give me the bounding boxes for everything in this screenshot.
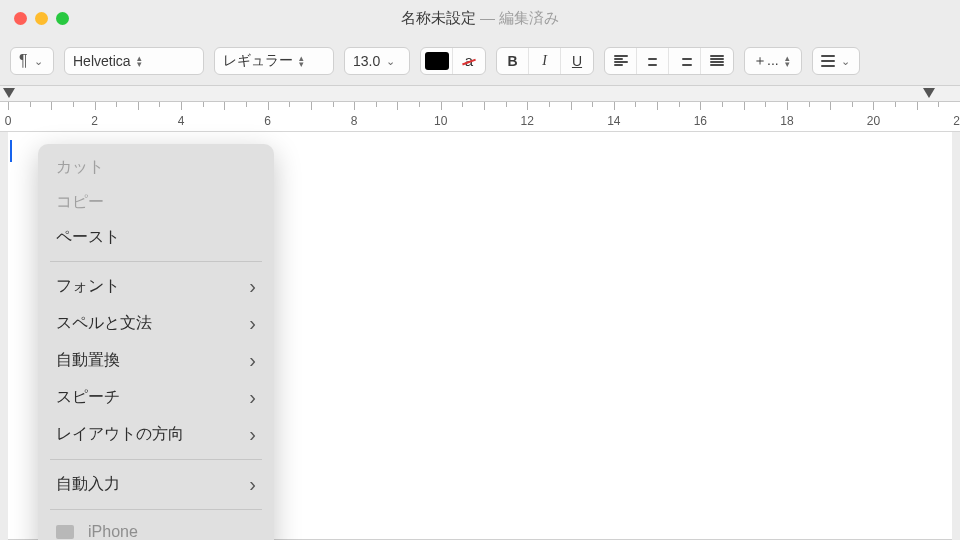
context-substitutions[interactable]: 自動置換	[38, 342, 274, 379]
updown-icon: ▴▾	[299, 55, 303, 67]
underline-button[interactable]: U	[561, 48, 593, 74]
text-color-button[interactable]	[421, 48, 453, 74]
ruler-area: 0246810121416182022	[0, 86, 960, 132]
ruler[interactable]: 0246810121416182022	[0, 101, 960, 131]
context-paste-label: ペースト	[56, 227, 120, 248]
chevron-right-icon	[249, 473, 256, 496]
context-speech[interactable]: スピーチ	[38, 379, 274, 416]
chevron-down-icon	[841, 58, 849, 64]
bold-button[interactable]: B	[497, 48, 529, 74]
format-toolbar: ¶ Helvetica ▴▾ レギュラー ▴▾ 13.0 a B I U	[0, 36, 960, 86]
align-center-button[interactable]	[637, 48, 669, 74]
menu-separator	[50, 459, 262, 460]
ruler-number: 6	[264, 114, 271, 128]
document-title: 名称未設定	[401, 9, 476, 26]
chevron-down-icon	[386, 58, 394, 64]
ruler-number: 0	[5, 114, 12, 128]
align-justify-icon	[710, 55, 724, 67]
window-controls	[0, 12, 69, 25]
chevron-right-icon	[249, 349, 256, 372]
font-family-select[interactable]: Helvetica ▴▾	[64, 47, 204, 75]
ruler-number: 10	[434, 114, 447, 128]
title-bar: 名称未設定 — 編集済み	[0, 0, 960, 36]
ruler-number: 14	[607, 114, 620, 128]
font-style-value: レギュラー	[223, 52, 293, 70]
context-font-label: フォント	[56, 276, 120, 297]
font-size-value: 13.0	[353, 53, 380, 69]
alignment-group	[604, 47, 734, 75]
ruler-number: 22	[953, 114, 960, 128]
document-status: — 編集済み	[480, 9, 559, 26]
context-layout-label: レイアウトの方向	[56, 424, 184, 445]
align-right-icon	[678, 55, 692, 67]
chevron-right-icon	[249, 386, 256, 409]
right-indent-marker[interactable]	[923, 88, 935, 98]
spacing-select[interactable]: ＋... ▴▾	[744, 47, 802, 75]
paragraph-icon: ¶	[19, 52, 28, 70]
chevron-right-icon	[249, 275, 256, 298]
context-iphone[interactable]: iPhone	[38, 516, 274, 540]
color-swatch-icon	[425, 52, 449, 70]
color-group: a	[420, 47, 486, 75]
font-size-select[interactable]: 13.0	[344, 47, 410, 75]
italic-button[interactable]: I	[529, 48, 561, 74]
align-left-button[interactable]	[605, 48, 637, 74]
spacing-label: ＋...	[753, 52, 779, 70]
ruler-number: 12	[521, 114, 534, 128]
context-copy: コピー	[38, 185, 274, 220]
context-speech-label: スピーチ	[56, 387, 120, 408]
menu-separator	[50, 509, 262, 510]
window-title: 名称未設定 — 編集済み	[0, 9, 960, 28]
align-left-icon	[614, 55, 628, 67]
align-right-button[interactable]	[669, 48, 701, 74]
minimize-window-button[interactable]	[35, 12, 48, 25]
list-style-select[interactable]	[812, 47, 860, 75]
menu-separator	[50, 261, 262, 262]
left-indent-marker[interactable]	[3, 88, 15, 98]
font-style-select[interactable]: レギュラー ▴▾	[214, 47, 334, 75]
context-spelling[interactable]: スペルと文法	[38, 305, 274, 342]
align-justify-button[interactable]	[701, 48, 733, 74]
ruler-number: 4	[178, 114, 185, 128]
context-substitutions-label: 自動置換	[56, 350, 120, 371]
context-menu: カット コピー ペースト フォント スペルと文法 自動置換 スピーチ レイアウト…	[38, 144, 274, 540]
highlight-color-button[interactable]: a	[453, 48, 485, 74]
context-iphone-label: iPhone	[88, 523, 138, 540]
align-center-icon	[646, 55, 660, 67]
context-paste[interactable]: ペースト	[38, 220, 274, 255]
chevron-down-icon	[34, 58, 42, 64]
text-cursor	[10, 140, 12, 162]
context-autofill-label: 自動入力	[56, 474, 120, 495]
close-window-button[interactable]	[14, 12, 27, 25]
chevron-right-icon	[249, 423, 256, 446]
no-highlight-icon: a	[465, 52, 473, 69]
context-spelling-label: スペルと文法	[56, 313, 152, 334]
context-cut: カット	[38, 150, 274, 185]
context-copy-label: コピー	[56, 192, 104, 213]
ruler-number: 18	[780, 114, 793, 128]
list-icon	[821, 55, 835, 67]
context-font[interactable]: フォント	[38, 268, 274, 305]
zoom-window-button[interactable]	[56, 12, 69, 25]
font-family-value: Helvetica	[73, 53, 131, 69]
text-style-group: B I U	[496, 47, 594, 75]
ruler-number: 20	[867, 114, 880, 128]
ruler-number: 8	[351, 114, 358, 128]
paragraph-style-select[interactable]: ¶	[10, 47, 54, 75]
device-thumb-icon	[56, 525, 74, 539]
context-layout-direction[interactable]: レイアウトの方向	[38, 416, 274, 453]
ruler-number: 16	[694, 114, 707, 128]
chevron-right-icon	[249, 312, 256, 335]
updown-icon: ▴▾	[785, 55, 789, 67]
context-autofill[interactable]: 自動入力	[38, 466, 274, 503]
updown-icon: ▴▾	[137, 55, 141, 67]
context-cut-label: カット	[56, 157, 104, 178]
ruler-number: 2	[91, 114, 98, 128]
